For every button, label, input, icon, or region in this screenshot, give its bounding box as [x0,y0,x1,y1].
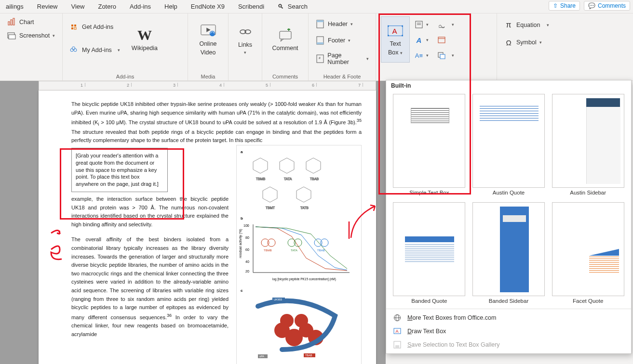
get-addins-button[interactable]: Get Add-ins [67,21,122,33]
svg-point-67 [321,239,328,247]
tab-addins[interactable]: Add-ins [130,3,151,10]
gallery-section-header: Built-in [386,80,631,91]
footer-label: Footer [328,37,345,44]
svg-text:TBMT: TBMT [266,206,275,209]
equation-button[interactable]: π Equation ▾ [502,19,559,31]
svg-rect-23 [317,42,323,44]
inserted-text-box[interactable]: [Grab your reader's attention with a gre… [71,148,168,192]
comment-button[interactable]: Comment [267,16,303,63]
topright-controls: ⇧ Share 💬 Comments [549,1,630,11]
svg-rect-2 [13,18,14,25]
svg-text:A: A [396,329,399,334]
chart-icon [7,17,16,27]
svg-rect-17 [280,31,291,39]
header-icon [315,19,325,29]
tab-help[interactable]: Help [164,3,177,10]
group-headerfooter-label: Header & Foote [309,74,376,79]
draw-text-box-item[interactable]: A Draw Text Box [386,325,631,338]
links-label: Links [238,41,252,48]
svg-marker-40 [253,158,268,173]
body-paragraph: The bicyclic peptide UK18 inhibited othe… [71,100,362,145]
comments-button[interactable]: 💬 Comments [584,1,630,11]
svg-marker-42 [280,158,294,173]
svg-text:TBAB: TBAB [305,354,312,357]
gallery-option-banded-quote[interactable]: Banded Quote [393,202,466,304]
gallery-option-banded-sidebar[interactable]: Banded Sidebar [472,202,545,304]
quick-parts-button[interactable]: ▾ [413,19,431,30]
tab-zotero[interactable]: Zotero [98,3,116,10]
object-button[interactable]: ▾ [435,50,456,61]
dropdown-caret-icon: ▾ [539,40,542,45]
puzzle-icon [69,45,79,55]
tab-review[interactable]: Review [37,3,58,10]
symbol-button[interactable]: Ω Symbol ▾ [502,37,559,48]
tab-scribendi[interactable]: Scribendi [238,3,264,10]
comment-icon: 💬 [588,2,595,9]
online-video-button[interactable]: Online Video [193,16,223,63]
body-paragraph: example, the interaction surface between… [71,195,229,229]
svg-point-63 [288,239,296,247]
date-time-button[interactable] [435,35,456,45]
save-selection-item: Save Selection to Text Box Gallery [386,338,631,351]
gallery-option-austin-quote[interactable]: Austin Quote [472,94,545,195]
svg-text:uPA: uPA [259,355,264,358]
svg-rect-36 [438,37,445,43]
document-page[interactable]: The bicyclic peptide UK18 inhibited othe… [39,91,376,364]
globe-icon [393,313,402,322]
thumb-preview [472,202,545,296]
svg-point-66 [314,239,322,247]
gallery-option-austin-sidebar[interactable]: Austin Sidebar [552,94,624,195]
svg-text:100: 100 [243,224,249,227]
wikipedia-button[interactable]: W Wikipedia [128,16,162,63]
tab-endnote[interactable]: EndNote X9 [191,3,225,10]
wordart-button[interactable]: A▾ [413,35,431,45]
textbox-label-2: Box [388,49,399,56]
video-icon [201,23,216,39]
links-button[interactable]: Links ▾ [233,16,257,63]
dropdown-caret-icon: ▾ [426,22,429,27]
page-number-button[interactable]: # Page Number ▾ [313,51,371,66]
svg-text:TBMB: TBMB [264,249,272,252]
thumb-preview [393,202,465,296]
new-comment-icon [278,27,293,43]
screenshot-button[interactable]: Screenshot ▾ [5,30,57,41]
menu-tabbar: ailings Review View Zotero Add-ins Help … [0,0,633,13]
header-label: Header [328,21,348,27]
ribbon: Chart Screenshot ▾ Get Add-ins [0,13,633,81]
screenshot-icon [7,31,16,40]
dropcap-button[interactable]: A≡▾ [413,50,431,61]
draw-text-box-label: Draw Text Box [407,328,446,335]
thumb-label: Banded Sidebar [489,298,528,304]
search-control[interactable]: 🔍︎ Search [278,3,308,10]
online-video-label-2: Video [201,49,216,56]
header-button[interactable]: Header ▾ [313,18,371,30]
svg-point-9 [70,49,73,52]
dropdown-caret-icon: ▾ [426,38,429,42]
footer-button[interactable]: Footer ▾ [313,35,371,46]
dropdown-caret-icon: ▾ [366,56,369,61]
text-box-button[interactable]: A Text Box ▾ [381,16,410,63]
svg-rect-0 [8,22,10,25]
get-addins-label: Get Add-ins [82,24,113,30]
svg-text:TBAB: TBAB [317,249,325,252]
svg-rect-30 [402,35,403,36]
tab-view[interactable]: View [71,3,84,10]
gallery-option-simple-text-box[interactable]: Simple Text Box [393,94,466,195]
svg-marker-46 [263,187,277,202]
svg-rect-6 [74,25,76,26]
wordart-icon: A [415,36,423,44]
share-button[interactable]: ⇧ Share [549,1,580,11]
more-text-boxes-item[interactable]: More Text Boxes from Office.com [386,311,631,325]
tab-mailings[interactable]: ailings [6,3,24,10]
horizontal-ruler[interactable]: 123 4567 [39,81,376,91]
chart-button[interactable]: Chart [5,16,57,28]
gallery-option-facet-quote[interactable]: Facet Quote [552,202,624,304]
my-addins-button[interactable]: My Add-ins ▾ [67,44,122,56]
search-label: Search [288,3,308,10]
dropdown-caret-icon: ▾ [53,33,55,38]
thumb-label: Austin Quote [493,190,525,195]
signature-line-button[interactable]: ▾ [435,19,456,30]
share-icon: ⇧ [553,2,558,9]
svg-point-11 [72,47,75,50]
save-selection-label: Save Selection to Text Box Gallery [407,341,500,348]
